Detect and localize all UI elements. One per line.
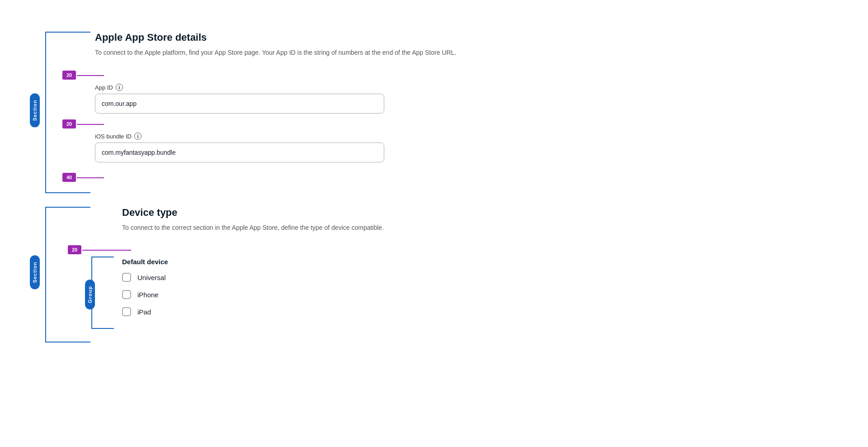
bundle-id-input[interactable] — [95, 143, 384, 162]
section1-description: To connect to the Apple platform, find y… — [95, 48, 547, 57]
checkbox-universal-box[interactable] — [122, 273, 131, 282]
section2-spacing-badge: 20 — [68, 245, 81, 254]
checkbox-iphone-box[interactable] — [122, 290, 131, 299]
checkbox-iphone-label: iPhone — [137, 291, 159, 299]
bundle-id-group: iOS bundle ID ℹ — [95, 133, 778, 162]
app-id-label: App ID ℹ — [95, 84, 778, 91]
section2-spacing-endline — [122, 250, 131, 251]
app-id-info-icon[interactable]: ℹ — [116, 84, 123, 91]
section2-spacing-row: 20 — [122, 243, 778, 256]
spacing3-badge: 40 — [62, 173, 76, 182]
section2-spacing-line — [82, 250, 122, 251]
spacing2-badge: 20 — [62, 119, 76, 128]
device-checkboxes: Universal iPhone iPad — [122, 273, 778, 316]
group-pill: Group — [85, 280, 95, 309]
section2-bracket — [45, 207, 90, 342]
spacing2-endline — [95, 124, 104, 125]
spacing1-badge: 20 — [62, 71, 76, 80]
section2-title: Device type — [122, 207, 778, 219]
section1-bracket — [45, 32, 90, 193]
spacing1-endline — [95, 75, 104, 76]
checkbox-ipad-box[interactable] — [122, 307, 131, 316]
bundle-id-info-icon[interactable]: ℹ — [134, 133, 142, 140]
spacing3-line — [77, 177, 95, 178]
checkbox-universal-label: Universal — [137, 274, 166, 281]
checkbox-universal[interactable]: Universal — [122, 273, 778, 282]
section1-pill: Section — [30, 93, 40, 127]
bundle-id-label: iOS bundle ID ℹ — [95, 133, 778, 140]
page-container: Section Apple App Store details To conne… — [0, 0, 868, 447]
spacing3-endline — [95, 177, 104, 178]
checkbox-ipad-label: iPad — [137, 308, 151, 316]
app-id-input[interactable] — [95, 94, 384, 114]
section2-content: Device type To connect to the correct se… — [122, 207, 778, 316]
spacing1-row: 20 — [95, 68, 778, 82]
checkbox-ipad[interactable]: iPad — [122, 307, 778, 316]
app-id-group: App ID ℹ — [95, 84, 778, 114]
default-device-heading: Default device — [122, 258, 778, 266]
checkbox-iphone[interactable]: iPhone — [122, 290, 778, 299]
spacing3-row: 40 — [95, 166, 778, 189]
section1-content: Apple App Store details To connect to th… — [95, 32, 778, 202]
section2-pill: Section — [30, 256, 40, 290]
spacing1-line — [77, 75, 95, 76]
section1-title: Apple App Store details — [95, 32, 778, 43]
spacing2-row: 20 — [95, 117, 778, 131]
section2-description: To connect to the correct section in the… — [122, 223, 574, 233]
spacing2-line — [77, 124, 95, 125]
